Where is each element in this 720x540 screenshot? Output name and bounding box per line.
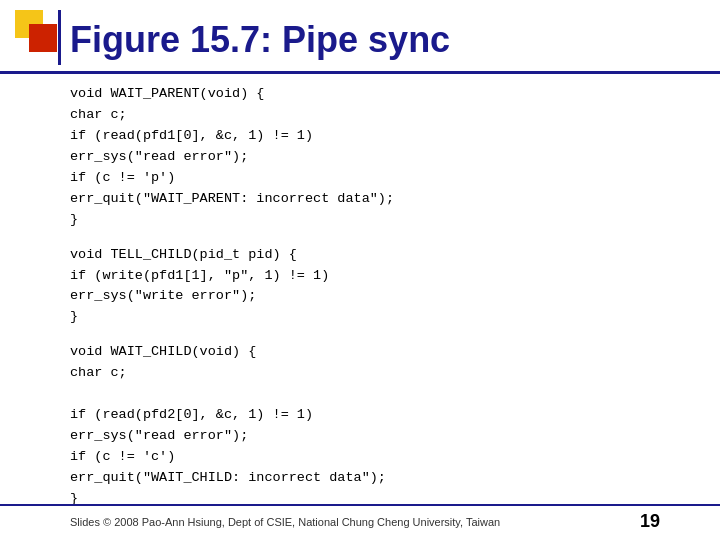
- deco-red-block: [29, 24, 57, 52]
- code-line: if (read(pfd1[0], &c, 1) != 1): [70, 126, 660, 147]
- header-decoration: [15, 10, 60, 65]
- code-line: if (read(pfd2[0], &c, 1) != 1): [70, 405, 660, 426]
- code-line: err_quit("WAIT_CHILD: incorrect data");: [70, 468, 660, 489]
- code-line: void WAIT_PARENT(void) {: [70, 84, 660, 105]
- code-block-wait-parent: void WAIT_PARENT(void) { char c; if (rea…: [70, 84, 660, 230]
- code-line: err_quit("WAIT_PARENT: incorrect data");: [70, 189, 660, 210]
- slide-header: Figure 15.7: Pipe sync: [0, 0, 720, 74]
- code-line: void WAIT_CHILD(void) {: [70, 342, 660, 363]
- header-vertical-line: [58, 10, 61, 65]
- code-line: err_sys("read error");: [70, 426, 660, 447]
- footer-credit: Slides © 2008 Pao-Ann Hsiung, Dept of CS…: [70, 516, 500, 528]
- code-block-tell-child: void TELL_CHILD(pid_t pid) { if (write(p…: [70, 245, 660, 329]
- slide-title: Figure 15.7: Pipe sync: [70, 18, 700, 61]
- code-line: if (c != 'p'): [70, 168, 660, 189]
- code-line: }: [70, 307, 660, 328]
- code-line: [70, 384, 660, 405]
- code-line: err_sys("write error");: [70, 286, 660, 307]
- code-area: void WAIT_PARENT(void) { char c; if (rea…: [0, 84, 720, 510]
- code-line: if (c != 'c'): [70, 447, 660, 468]
- code-line: err_sys("read error");: [70, 147, 660, 168]
- code-line: void TELL_CHILD(pid_t pid) {: [70, 245, 660, 266]
- code-line: char c;: [70, 105, 660, 126]
- footer-page-number: 19: [640, 511, 660, 532]
- code-line: if (write(pfd1[1], "p", 1) != 1): [70, 266, 660, 287]
- code-line: }: [70, 210, 660, 231]
- slide-footer: Slides © 2008 Pao-Ann Hsiung, Dept of CS…: [0, 504, 720, 532]
- code-block-wait-child: void WAIT_CHILD(void) { char c; if (read…: [70, 342, 660, 509]
- code-line: char c;: [70, 363, 660, 384]
